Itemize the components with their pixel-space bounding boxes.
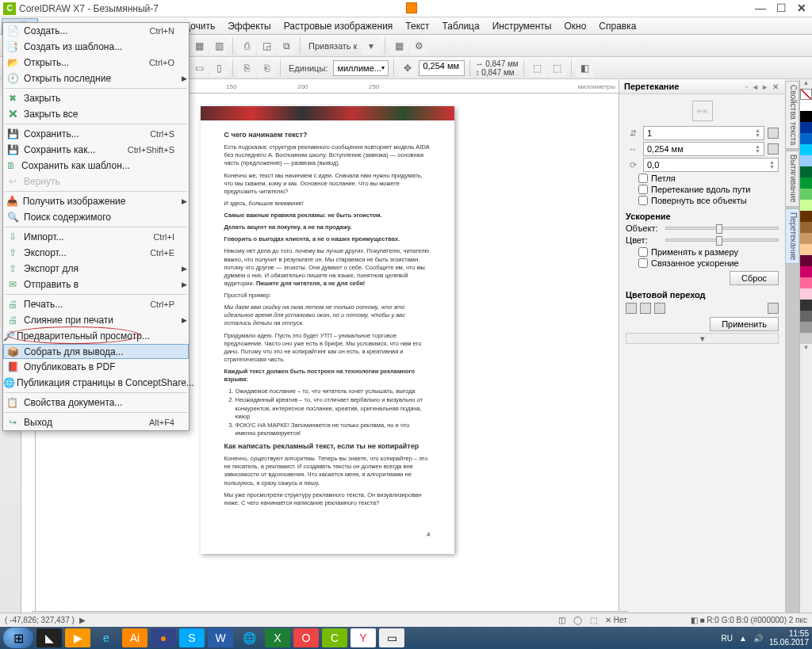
file-menu-item[interactable]: 📑Создать из шаблона... (3, 39, 189, 55)
color-swatch[interactable] (800, 300, 812, 311)
color-swatch[interactable] (800, 166, 812, 178)
file-menu-item[interactable]: 📥Получить изображение▶ (3, 193, 189, 209)
color-swatch[interactable] (800, 189, 812, 200)
file-menu-item[interactable]: 🌐Публикация страницы в ConceptShare... (3, 375, 189, 391)
file-menu-item[interactable]: 💾Сохранить как...Ctrl+Shift+S (3, 142, 189, 158)
color-swatch[interactable] (800, 322, 812, 333)
palette-arrow-up[interactable]: ▲ (800, 79, 812, 89)
taskbar-app[interactable]: 🌐 (236, 628, 262, 647)
color-swatch[interactable] (800, 277, 812, 288)
tray-icon[interactable]: 🔊 (753, 634, 763, 643)
file-menu-item[interactable]: ✖Закрыть (3, 90, 189, 106)
file-menu-item[interactable]: ✉Отправить в▶ (3, 277, 189, 292)
minimize-button[interactable]: — (753, 2, 768, 14)
docker-expand[interactable]: ▾ (626, 333, 779, 344)
tool-btn[interactable]: ▦ (190, 37, 208, 55)
trans-icon[interactable] (640, 303, 651, 314)
vtab-blend[interactable]: Перетекание (785, 208, 799, 264)
color-swatch[interactable] (800, 155, 812, 166)
page-orient[interactable]: ▯ (210, 59, 228, 77)
color-swatch[interactable] (800, 178, 812, 189)
docker-title[interactable]: Перетекание▫ ◂ ▸ ✕ (619, 79, 785, 94)
color-swatch[interactable] (800, 233, 812, 244)
tool-btn[interactable]: ▥ (210, 37, 228, 55)
file-menu-item[interactable]: 📕Опубликовать в PDF (3, 359, 189, 375)
tool-btn[interactable]: ⎘ (238, 59, 255, 77)
color-swatch[interactable] (800, 222, 812, 233)
units-select[interactable]: миллиме...▾ (333, 60, 389, 76)
lock-icon[interactable] (768, 143, 779, 155)
tool-btn[interactable]: ▦ (390, 37, 408, 55)
object-slider[interactable] (665, 227, 779, 230)
color-swatch[interactable] (800, 244, 812, 255)
file-menu-item[interactable]: 🔍Поиск содержимого (3, 209, 189, 225)
taskbar-app[interactable]: O (293, 628, 319, 647)
taskbar-app[interactable]: e (94, 628, 119, 647)
palette-arrow-down[interactable]: ▼ (800, 344, 812, 353)
color-swatch[interactable] (800, 311, 812, 322)
color-swatch[interactable] (800, 100, 812, 111)
color-swatch[interactable] (800, 133, 812, 144)
apply-button[interactable]: Применить (710, 317, 779, 331)
menu-text[interactable]: Текст (399, 18, 435, 34)
vtab-extrude[interactable]: Вытягивание (785, 151, 799, 207)
fill-swatch[interactable]: ◧ ■ R:0 G:0 B:0 (#000000) 2 пкс (691, 616, 807, 624)
color-swatch[interactable] (800, 255, 812, 266)
color-swatch[interactable] (800, 333, 812, 344)
file-menu-item[interactable]: 📄Создать...Ctrl+N (3, 23, 189, 39)
taskbar-app[interactable]: Ai (122, 628, 147, 647)
tool-btn[interactable]: ◲ (258, 37, 275, 55)
vtab-text-props[interactable]: Свойства текста (785, 81, 799, 149)
lang-indicator[interactable]: RU (722, 634, 733, 643)
page-orient[interactable]: ▭ (190, 59, 208, 77)
path-check[interactable] (638, 185, 648, 194)
play-icon[interactable]: ▶ (79, 616, 86, 624)
loop-check[interactable] (638, 174, 648, 183)
taskbar-app[interactable]: ● (151, 628, 176, 647)
tool-btn[interactable]: ⚙ (410, 37, 427, 55)
file-menu-item[interactable]: 🖨Слияние при печати▶ (3, 312, 189, 328)
maximize-button[interactable]: ☐ (774, 2, 788, 14)
file-menu-item[interactable]: 🔎Предварительный просмотр... (3, 328, 189, 344)
menu-bitmaps[interactable]: Растровые изображения (278, 18, 400, 34)
taskbar-app[interactable]: ▶ (65, 628, 90, 647)
file-menu-item[interactable]: 🗙Закрыть все (3, 106, 189, 122)
reset-button[interactable]: Сброс (730, 271, 779, 285)
file-menu-item[interactable]: ⇩Импорт...Ctrl+I (3, 229, 189, 245)
close-button[interactable]: ✕ (795, 2, 809, 14)
menu-effects[interactable]: Эффекты (221, 18, 278, 34)
color-swatch[interactable] (800, 200, 812, 211)
menu-tools[interactable]: Инструменты (486, 18, 558, 34)
tray-icon[interactable]: ▲ (739, 634, 747, 643)
taskbar-app[interactable]: ◣ (36, 628, 62, 647)
taskbar-app[interactable]: ▭ (379, 628, 404, 647)
menu-help[interactable]: Справка (592, 18, 642, 34)
no-color-swatch[interactable] (800, 89, 812, 100)
tool-btn[interactable]: ⎙ (238, 37, 255, 55)
color-swatch[interactable] (800, 144, 812, 155)
color-swatch[interactable] (800, 111, 812, 122)
tool-btn[interactable]: ◧ (576, 59, 594, 77)
preset-icon[interactable]: н-н (692, 101, 713, 121)
trans-icon[interactable] (626, 303, 637, 314)
file-menu-item[interactable]: ↪ВыходAlt+F4 (3, 414, 189, 430)
taskbar-app[interactable]: W (208, 628, 233, 647)
file-menu-item[interactable]: 🕘Открыть последние▶ (3, 71, 189, 86)
file-menu-item[interactable]: 🗎Сохранить как шаблон... (3, 158, 189, 174)
link-check[interactable] (638, 258, 648, 268)
taskbar-app[interactable]: C (322, 628, 347, 647)
nudge-input[interactable]: 0,254 мм (419, 60, 465, 76)
color-slider[interactable] (665, 239, 779, 242)
file-menu-item[interactable]: 📦Собрать для вывода... (3, 344, 189, 359)
file-menu-item[interactable]: 🖨Печать...Ctrl+P (3, 296, 189, 312)
file-menu-item[interactable]: ⇪Экспорт для▶ (3, 261, 189, 277)
color-palette[interactable]: ▲ ▼ (799, 79, 812, 614)
tool-btn[interactable]: ⬚ (549, 59, 566, 77)
offset-input[interactable]: 0,254 мм▲▼ (643, 142, 764, 156)
menu-table[interactable]: Таблица (436, 18, 486, 34)
size-check[interactable] (638, 247, 648, 257)
system-clock[interactable]: 11:55 15.06.2017 (769, 629, 809, 647)
tool-btn[interactable]: ⎗ (258, 59, 275, 77)
snap-dropdown[interactable]: ▾ (362, 37, 380, 55)
menu-window[interactable]: Окно (557, 18, 592, 34)
